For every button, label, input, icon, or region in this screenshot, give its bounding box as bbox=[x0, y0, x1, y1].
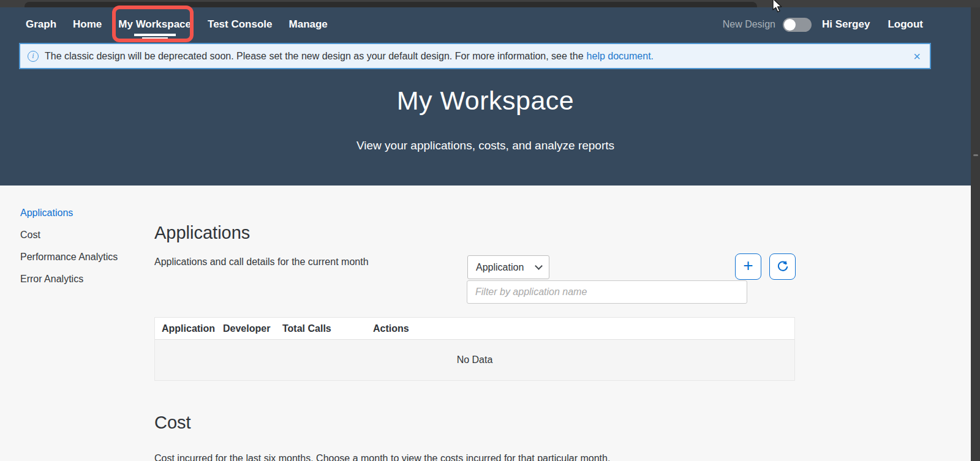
refresh-button[interactable] bbox=[769, 253, 796, 280]
toggle-knob bbox=[784, 19, 796, 31]
column-header-total-calls: Total Calls bbox=[276, 323, 366, 334]
sidebar-item-cost[interactable]: Cost bbox=[20, 228, 118, 242]
filter-by-application-input[interactable] bbox=[467, 280, 747, 304]
plus-icon: + bbox=[743, 257, 753, 274]
sidebar: Applications Cost Performance Analytics … bbox=[20, 206, 118, 294]
info-icon: i bbox=[28, 51, 39, 62]
sidebar-item-error-analytics[interactable]: Error Analytics bbox=[20, 272, 118, 287]
applications-section-description: Applications and call details for the cu… bbox=[154, 257, 369, 268]
add-application-button[interactable]: + bbox=[735, 253, 761, 280]
cost-section-title: Cost bbox=[154, 413, 191, 433]
help-document-link[interactable]: help document. bbox=[587, 51, 654, 62]
table-header-row: Application Developer Total Calls Action… bbox=[155, 318, 794, 340]
browser-chrome-bar bbox=[0, 0, 980, 7]
user-greeting: Hi Sergey bbox=[822, 18, 870, 31]
browser-tab-edge bbox=[24, 2, 757, 7]
logout-button[interactable]: Logout bbox=[888, 18, 923, 31]
table-empty-state: No Data bbox=[155, 340, 794, 380]
nav-item-home[interactable]: Home bbox=[73, 18, 102, 31]
applications-table: Application Developer Total Calls Action… bbox=[154, 317, 795, 381]
nav-item-manage[interactable]: Manage bbox=[289, 18, 328, 31]
top-navbar: Graph Home My Workspace Test Console Man… bbox=[0, 7, 971, 42]
applications-section-title: Applications bbox=[154, 223, 250, 243]
nav-left-group: Graph Home My Workspace Test Console Man… bbox=[26, 18, 328, 31]
deprecation-banner: i The classic design will be deprecated … bbox=[19, 43, 931, 69]
refresh-icon bbox=[776, 260, 790, 274]
column-header-actions: Actions bbox=[366, 323, 794, 334]
nav-right-group: New Design Hi Sergey Logout bbox=[723, 18, 923, 32]
application-type-select[interactable]: Application bbox=[467, 255, 549, 279]
nav-item-test-console[interactable]: Test Console bbox=[208, 18, 272, 31]
nav-item-label: My Workspace bbox=[118, 18, 191, 30]
page-subtitle: View your applications, costs, and analy… bbox=[0, 139, 971, 152]
nav-item-graph[interactable]: Graph bbox=[26, 18, 56, 31]
new-design-toggle[interactable] bbox=[783, 18, 812, 32]
active-tab-indicator-secondary bbox=[142, 37, 168, 39]
column-header-developer: Developer bbox=[216, 323, 276, 334]
page: Graph Home My Workspace Test Console Man… bbox=[0, 7, 971, 461]
cost-section-description: Cost incurred for the last six months. C… bbox=[154, 452, 610, 461]
nav-item-my-workspace[interactable]: My Workspace bbox=[118, 18, 191, 31]
column-header-application: Application bbox=[155, 323, 216, 334]
banner-message: The classic design will be deprecated so… bbox=[45, 51, 584, 62]
page-title: My Workspace bbox=[0, 86, 971, 116]
new-design-label: New Design bbox=[723, 19, 775, 30]
active-tab-indicator bbox=[134, 34, 176, 36]
sidebar-item-performance-analytics[interactable]: Performance Analytics bbox=[20, 250, 118, 264]
scrollbar-dash bbox=[973, 154, 978, 156]
chevron-down-icon bbox=[535, 262, 543, 270]
banner-close-icon[interactable]: × bbox=[913, 50, 921, 62]
select-value: Application bbox=[476, 262, 524, 273]
sidebar-item-applications[interactable]: Applications bbox=[20, 206, 118, 220]
